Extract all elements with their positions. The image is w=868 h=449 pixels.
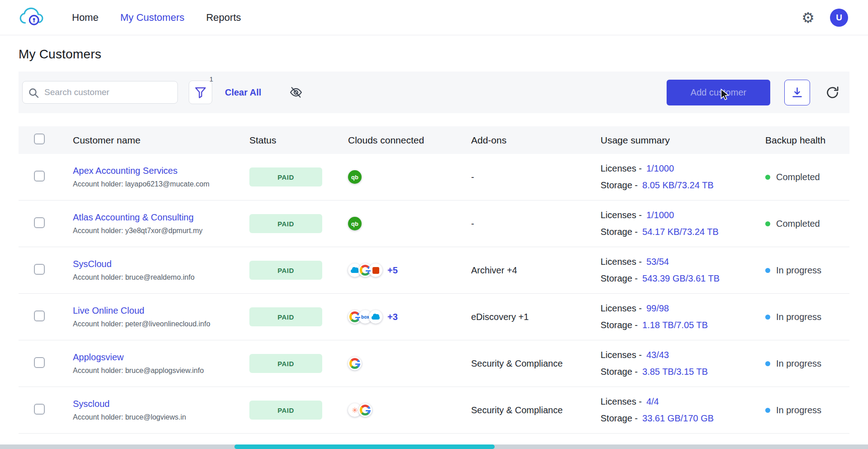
storage-value[interactable]: 33.61 GB/170 GB [642, 413, 714, 424]
licenses-label: Licenses - [601, 396, 642, 407]
clear-all-link[interactable]: Clear All [225, 87, 261, 98]
status-badge: PAID [249, 261, 322, 280]
licenses-value[interactable]: 4/4 [646, 396, 659, 407]
backup-health-cell: Completed [765, 219, 849, 229]
storage-label: Storage - [601, 367, 638, 377]
office365-icon [369, 263, 382, 277]
backup-status-dot [765, 175, 770, 180]
row-checkbox[interactable] [34, 217, 45, 228]
storage-value[interactable]: 8.05 KB/73.24 TB [642, 180, 714, 191]
licenses-label: Licenses - [601, 210, 642, 220]
add-ons-text: eDiscovery +1 [471, 312, 601, 322]
col-header-status: Status [249, 135, 348, 146]
quickbooks-icon: qb [348, 217, 362, 230]
clouds-connected-cell: ✳ [348, 403, 471, 417]
account-holder-text: Account holder: bruce@realdemo.info [73, 273, 249, 282]
clouds-connected-cell: qb [348, 217, 471, 230]
licenses-label: Licenses - [601, 163, 642, 174]
search-icon [28, 87, 39, 98]
table-row: Atlas Accounting & Consulting Account ho… [19, 201, 849, 247]
google-icon [348, 357, 362, 370]
salesforce-icon [369, 310, 382, 324]
row-checkbox[interactable] [34, 171, 45, 182]
customer-name-link[interactable]: Atlas Accounting & Consulting [73, 212, 194, 223]
row-checkbox[interactable] [34, 357, 45, 368]
scrollbar-thumb[interactable] [234, 444, 495, 449]
customer-name-link[interactable]: Live Online Cloud [73, 306, 144, 316]
storage-label: Storage - [601, 413, 638, 424]
clouds-more-count[interactable]: +5 [387, 265, 398, 276]
usage-summary-cell: Licenses - 4/4 Storage - 33.61 GB/170 GB [601, 396, 765, 424]
col-header-customer-name: Customer name [73, 135, 249, 146]
licenses-value[interactable]: 1/1000 [646, 210, 674, 220]
storage-value[interactable]: 543.39 GB/3.61 TB [642, 273, 720, 284]
customer-name-link[interactable]: SysCloud [73, 259, 112, 269]
licenses-value[interactable]: 43/43 [646, 350, 669, 360]
add-ons-text: Security & Compliance [471, 358, 601, 369]
settings-gear-icon[interactable]: ⚙ [801, 10, 815, 25]
clouds-connected-cell: +5 [348, 263, 471, 277]
eye-off-icon [289, 86, 303, 99]
main-nav: Home My Customers Reports [72, 12, 241, 24]
status-badge: PAID [249, 401, 322, 420]
backup-status-dot [765, 221, 770, 226]
nav-item-home[interactable]: Home [72, 12, 99, 24]
nav-item-reports[interactable]: Reports [206, 12, 241, 24]
backup-health-cell: In progress [765, 312, 849, 322]
row-checkbox[interactable] [34, 264, 45, 275]
table-row: Apex Accounting Services Account holder:… [19, 154, 849, 201]
licenses-value[interactable]: 99/98 [646, 303, 669, 314]
backup-status-text: In progress [776, 405, 821, 416]
col-header-usage-summary: Usage summary [601, 135, 765, 146]
storage-value[interactable]: 3.85 TB/3.15 TB [642, 367, 708, 377]
table-body: Apex Accounting Services Account holder:… [19, 154, 849, 434]
table-row: SysCloud Account holder: bruce@realdemo.… [19, 247, 849, 294]
customer-name-link[interactable]: Applogsview [73, 352, 124, 363]
user-avatar[interactable]: U [830, 9, 848, 27]
usage-summary-cell: Licenses - 43/43 Storage - 3.85 TB/3.15 … [601, 350, 765, 377]
add-customer-button[interactable]: Add customer [667, 80, 770, 105]
customer-name-link[interactable]: Apex Accounting Services [73, 166, 177, 176]
row-checkbox[interactable] [34, 310, 45, 321]
storage-value[interactable]: 1.18 TB/7.05 TB [642, 320, 708, 330]
account-holder-text: Account holder: peter@liveonlinecloud.in… [73, 320, 249, 328]
backup-status-dot [765, 315, 770, 320]
licenses-value[interactable]: 53/54 [646, 257, 669, 267]
clouds-more-count[interactable]: +3 [387, 312, 398, 322]
filter-funnel-icon [194, 86, 207, 99]
app-logo[interactable] [19, 6, 44, 29]
status-badge: PAID [249, 214, 322, 233]
backup-health-cell: Completed [765, 172, 849, 182]
customers-table: Customer name Status Clouds connected Ad… [19, 126, 849, 434]
backup-status-dot [765, 361, 770, 366]
row-checkbox[interactable] [34, 404, 45, 415]
usage-summary-cell: Licenses - 1/1000 Storage - 8.05 KB/73.2… [601, 163, 765, 191]
hide-view-button[interactable] [289, 86, 303, 99]
nav-item-my-customers[interactable]: My Customers [120, 12, 185, 24]
licenses-label: Licenses - [601, 303, 642, 314]
account-holder-text: Account holder: y3e8qt7xor@dpmurt.my [73, 227, 249, 235]
select-all-checkbox[interactable] [34, 134, 45, 144]
download-button[interactable] [784, 80, 810, 105]
google-icon [358, 403, 372, 417]
horizontal-scrollbar[interactable] [0, 444, 868, 449]
usage-summary-cell: Licenses - 99/98 Storage - 1.18 TB/7.05 … [601, 303, 765, 330]
add-ons-text: - [471, 219, 601, 229]
storage-value[interactable]: 54.17 KB/73.24 TB [642, 227, 719, 237]
customer-name-link[interactable]: Syscloud [73, 399, 110, 409]
usage-summary-cell: Licenses - 1/1000 Storage - 54.17 KB/73.… [601, 210, 765, 237]
licenses-label: Licenses - [601, 350, 642, 360]
status-badge: PAID [249, 354, 322, 373]
status-badge: PAID [249, 167, 322, 186]
col-header-clouds-connected: Clouds connected [348, 135, 471, 146]
backup-status-text: Completed [776, 172, 820, 182]
licenses-value[interactable]: 1/1000 [646, 163, 674, 174]
storage-label: Storage - [601, 227, 638, 237]
account-holder-text: Account holder: bruce@applogsview.info [73, 367, 249, 375]
clouds-connected-cell [348, 357, 471, 370]
refresh-button[interactable] [825, 86, 839, 100]
filter-button[interactable]: 1 [189, 81, 212, 104]
backup-health-cell: In progress [765, 358, 849, 369]
backup-status-text: In progress [776, 265, 821, 276]
search-input[interactable] [43, 87, 177, 98]
